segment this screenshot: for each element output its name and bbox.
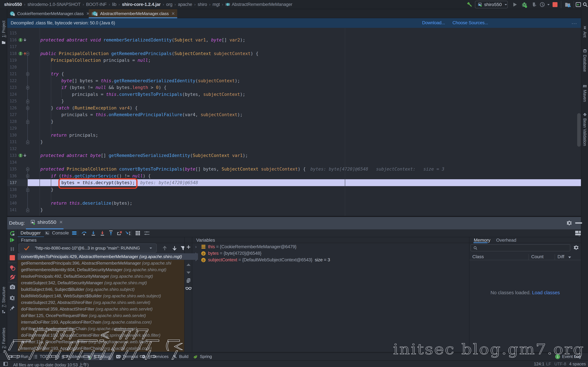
run-button[interactable] bbox=[512, 2, 518, 8]
fold-marker-icon[interactable] bbox=[26, 140, 30, 144]
view-breakpoints-icon[interactable] bbox=[9, 265, 16, 271]
column-separator[interactable] bbox=[555, 254, 555, 260]
code-line-122[interactable]: 122 byte[] bytes = this.getRememberedSer… bbox=[7, 77, 581, 84]
build-hammer-icon[interactable] bbox=[467, 1, 473, 8]
memory-col-count[interactable]: Count bbox=[531, 254, 544, 259]
debug-session-tab[interactable]: shiro550 ✕ bbox=[30, 219, 63, 225]
line-number[interactable]: 132 bbox=[7, 145, 17, 152]
pin-icon[interactable] bbox=[9, 305, 15, 311]
memory-search-input[interactable] bbox=[471, 244, 570, 251]
profile-button[interactable] bbox=[532, 1, 538, 8]
frame-row[interactable]: internalDoFilter:193, ApplicationFilterC… bbox=[17, 319, 181, 325]
line-number[interactable]: 133 bbox=[7, 152, 17, 159]
frame-row[interactable]: createSubject:342, DefaultSecurityManage… bbox=[17, 280, 181, 286]
breadcrumb-item[interactable]: shirodemo-1.0-SNAPSHOT bbox=[27, 2, 81, 7]
line-number[interactable]: 140 bbox=[7, 200, 17, 207]
toolbar-item-services[interactable]: 8: Services bbox=[141, 353, 168, 360]
line-number[interactable]: 118 bbox=[7, 50, 17, 57]
line-number[interactable]: 119 bbox=[7, 57, 17, 64]
debug-button[interactable] bbox=[521, 1, 528, 8]
code-line-135[interactable]: 135protected PrincipalCollection convert… bbox=[7, 166, 581, 173]
code-line-126[interactable]: 126 } catch (RuntimeException var4) { bbox=[7, 105, 581, 111]
toolbar-item-run[interactable]: 4: Run bbox=[10, 353, 28, 360]
step-over-icon[interactable] bbox=[81, 231, 87, 236]
frame-row[interactable]: buildSubject:846, Subject$Builder (org.a… bbox=[17, 286, 181, 293]
code-line-134[interactable]: 134 bbox=[7, 159, 581, 166]
frame-row[interactable]: convertBytesToPrincipals:429, AbstractRe… bbox=[17, 253, 198, 260]
code-line-119[interactable]: 119 PrincipalCollection principals = nul… bbox=[7, 57, 581, 64]
line-number[interactable]: 121 bbox=[7, 70, 17, 77]
tab-memory[interactable]: Memory bbox=[474, 238, 490, 243]
toolbar-item-problems[interactable]: 6: Problems bbox=[55, 353, 84, 360]
frame-row[interactable]: doFilterInternal:359, AbstractShiroFilte… bbox=[17, 306, 181, 312]
fold-marker-icon[interactable] bbox=[26, 85, 30, 90]
thread-selector[interactable]: "http-nio-8080-exec-10"@6...3 in group "… bbox=[18, 243, 157, 253]
variable-row[interactable]: ›this = {CookieRememberMeManager@6479} bbox=[192, 243, 469, 250]
scroll-up-icon[interactable] bbox=[186, 263, 191, 267]
frame-row[interactable]: doFilter:119, OncePerRequestFilter (org.… bbox=[17, 339, 181, 345]
fold-marker-icon[interactable] bbox=[26, 99, 30, 104]
restore-layout-icon[interactable] bbox=[575, 230, 581, 236]
sidebar-item-database[interactable]: Database bbox=[581, 49, 588, 72]
line-number[interactable]: 122 bbox=[7, 77, 17, 84]
code-line-128[interactable]: 128 } bbox=[7, 118, 581, 125]
code-line-141[interactable]: 141} bbox=[7, 206, 581, 213]
step-out-icon[interactable] bbox=[108, 231, 114, 236]
implements-marker-icon[interactable]: I bbox=[18, 153, 27, 158]
frame-row[interactable]: doFilter:125, OncePerRequestFilter (org.… bbox=[17, 312, 181, 319]
code-line-116[interactable]: 116Iprotected abstract void rememberSeri… bbox=[7, 37, 581, 43]
code-line-131[interactable]: 131} bbox=[7, 138, 581, 145]
force-step-into-icon[interactable] bbox=[99, 231, 105, 236]
variable-row[interactable]: ›psubjectContext = {DefaultWebSubjectCon… bbox=[192, 257, 469, 263]
tab-abstractremembermemanager[interactable]: C AbstractRememberMeManager.class ✕ bbox=[89, 9, 177, 18]
sidebar-item-structure[interactable]: 7: Structure bbox=[0, 287, 7, 314]
fold-marker-icon[interactable] bbox=[26, 106, 30, 111]
sidebar-item-bean-validation[interactable]: Bean Validation bbox=[581, 112, 588, 146]
code-line-123[interactable]: 123 if (bytes != null && bytes.length > … bbox=[7, 84, 581, 91]
code-line-130[interactable]: 130 return principals; bbox=[7, 132, 581, 139]
code-line-132[interactable]: 132 bbox=[7, 145, 581, 152]
coverage-button[interactable] bbox=[539, 1, 550, 8]
fold-marker-icon[interactable] bbox=[26, 167, 30, 172]
code-line-124[interactable]: 124 principals = this.convertBytesToPrin… bbox=[7, 91, 581, 98]
memory-col-class[interactable]: Class bbox=[472, 254, 484, 259]
memory-settings-gear-icon[interactable] bbox=[573, 245, 579, 250]
breadcrumb-item[interactable]: BOOT-INF bbox=[86, 2, 107, 7]
breadcrumb-item[interactable]: org bbox=[166, 2, 173, 7]
column-separator[interactable] bbox=[528, 254, 529, 260]
load-classes-link[interactable]: Load classes bbox=[532, 290, 560, 295]
sidebar-item-ant[interactable]: Ant bbox=[581, 25, 588, 38]
code-line-121[interactable]: 121 try { bbox=[7, 70, 581, 77]
code-line-129[interactable]: 129 bbox=[7, 125, 581, 132]
line-number[interactable]: 115 bbox=[7, 30, 17, 37]
breadcrumb-item[interactable]: apache bbox=[178, 2, 192, 7]
line-number[interactable]: 125 bbox=[7, 98, 17, 105]
frame-row[interactable]: resolvePrincipals:492, DefaultSecurityMa… bbox=[17, 273, 181, 280]
frame-row[interactable]: doFilterInternal:100, RequestContextFilt… bbox=[17, 332, 181, 339]
mute-breakpoints-circle-icon[interactable] bbox=[9, 274, 16, 280]
copy-stack-icon[interactable] bbox=[186, 278, 191, 284]
layout-icon[interactable] bbox=[71, 231, 77, 236]
line-number[interactable]: 130 bbox=[7, 132, 17, 139]
fold-marker-icon[interactable] bbox=[26, 72, 30, 76]
code-editor[interactable]: 115116Iprotected abstract void rememberS… bbox=[7, 28, 581, 216]
breadcrumb-item[interactable]: shiro bbox=[198, 2, 207, 7]
line-number[interactable]: 124 bbox=[7, 91, 17, 98]
line-number[interactable]: 135 bbox=[7, 166, 17, 173]
close-icon[interactable]: ✕ bbox=[171, 11, 175, 16]
frame-row[interactable]: buildWebSubject:148, WebSubject$Builder … bbox=[17, 293, 181, 299]
frame-row[interactable]: internalDoFilter:193, ApplicationFilterC… bbox=[17, 345, 181, 352]
panel-border[interactable] bbox=[469, 237, 469, 352]
editor-scrollbar[interactable] bbox=[577, 113, 581, 147]
project-structure-button[interactable] bbox=[564, 1, 571, 8]
file-encoding[interactable]: UTF-8 bbox=[554, 361, 566, 367]
line-number[interactable]: 131 bbox=[7, 138, 17, 145]
rerun-icon[interactable] bbox=[9, 230, 15, 237]
line-number[interactable]: 117 bbox=[7, 43, 17, 50]
fold-marker-icon[interactable] bbox=[26, 174, 30, 179]
indent-setting[interactable]: 4 spaces bbox=[569, 361, 586, 367]
code-line-133[interactable]: 133Iprotected abstract byte[] getRemembe… bbox=[7, 152, 581, 159]
run-anything-button[interactable] bbox=[575, 1, 581, 8]
sidebar-item-maven[interactable]: m Maven bbox=[581, 83, 588, 102]
frame-down-icon[interactable] bbox=[172, 245, 177, 251]
